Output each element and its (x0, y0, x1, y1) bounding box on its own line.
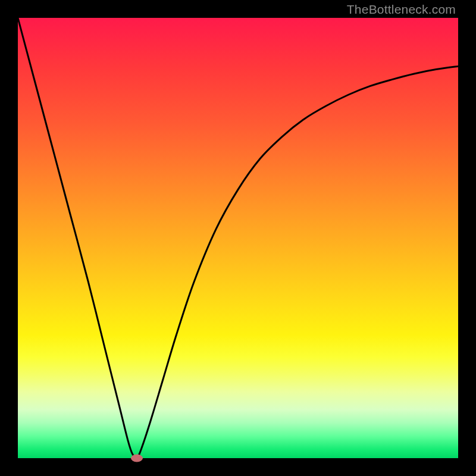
optimum-marker (131, 455, 143, 462)
watermark-label: TheBottleneck.com (347, 2, 456, 17)
bottleneck-curve (18, 18, 458, 458)
plot-area (18, 18, 458, 458)
chart-frame: TheBottleneck.com (0, 0, 476, 476)
curve-svg (18, 18, 458, 458)
